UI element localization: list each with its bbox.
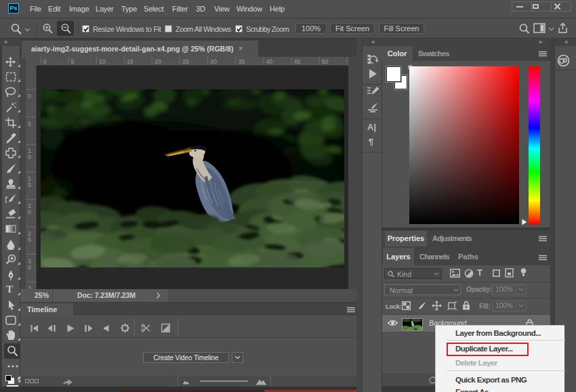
svg-text:45: 45	[293, 58, 300, 65]
svg-text:20: 20	[155, 58, 161, 65]
svg-text:35: 35	[238, 58, 245, 65]
svg-text:25: 25	[182, 58, 189, 65]
svg-text:30: 30	[210, 58, 217, 65]
svg-text:5: 5	[28, 236, 31, 243]
svg-text:0: 0	[28, 93, 31, 100]
svg-text:5: 5	[71, 58, 75, 65]
svg-text:5: 5	[28, 181, 31, 188]
svg-text:10: 10	[99, 58, 106, 65]
svg-text:5: 5	[28, 121, 31, 127]
svg-text:0: 0	[43, 58, 47, 65]
svg-text:50: 50	[322, 58, 329, 65]
svg-text:0: 0	[28, 264, 31, 271]
svg-text:0: 0	[28, 154, 31, 160]
svg-text:15: 15	[127, 58, 133, 65]
svg-text:0: 0	[28, 209, 31, 215]
svg-text:40: 40	[266, 58, 272, 65]
